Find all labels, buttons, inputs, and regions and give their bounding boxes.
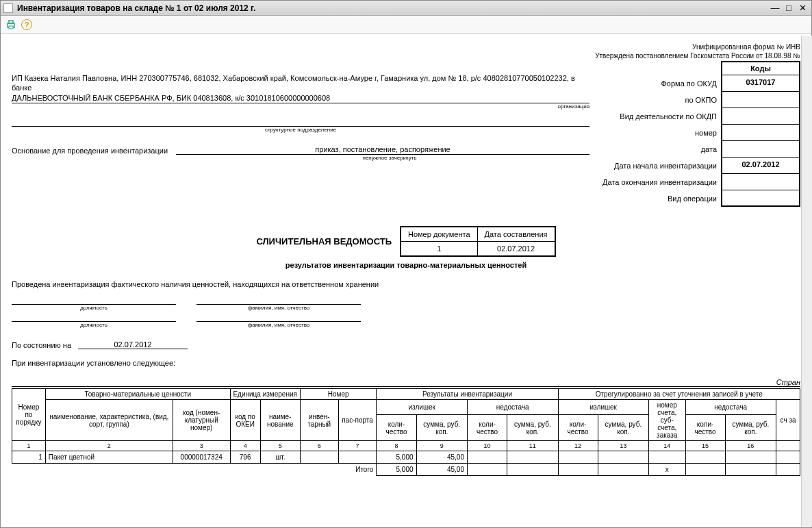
struct-division-line	[12, 117, 589, 127]
doc-date-header: Дата составления	[477, 227, 555, 242]
codes-box: Коды Форма по ОКУД0317017 по ОКПО Вид де…	[598, 61, 800, 207]
vertical-scrollbar[interactable]	[801, 36, 812, 527]
date-label: дата	[598, 141, 721, 158]
svg-rect-2	[9, 26, 13, 29]
okud-label: Форма по ОКУД	[598, 75, 721, 92]
th-sum-2: сумма, руб. коп.	[507, 415, 558, 441]
op-label: Вид операции	[598, 190, 721, 207]
organization-block: ИП Казека Наталия Павловна, ИНН 27030077…	[12, 73, 589, 110]
th-unitname: наиме-нование	[260, 400, 300, 441]
doc-num-value: 1	[401, 242, 477, 257]
titlebar: Инвентаризация товаров на складе № 1 от …	[1, 1, 811, 16]
position-line-2	[12, 312, 176, 322]
number-label: номер	[598, 125, 721, 141]
okpo-value	[721, 92, 800, 108]
th-sum-1: сумма, руб. коп.	[416, 415, 467, 441]
position-hint-1: должность	[12, 305, 176, 311]
th-adjusted: Отрегулированно за счет уточнения записе…	[558, 389, 800, 400]
number-value	[721, 125, 800, 141]
document-title: СЛИЧИТЕЛЬНАЯ ВЕДОМОСТЬ	[256, 236, 392, 247]
approval-line: Утверждена постановлением Госкомстата Ро…	[12, 52, 800, 60]
th-inv: инвен-тарный	[300, 400, 338, 441]
fio-hint-1: фамилия, имя, отчество	[196, 305, 361, 311]
date-value	[721, 141, 800, 158]
op-value	[721, 190, 800, 207]
help-icon[interactable]: ?	[21, 19, 32, 30]
column-numbers-row: 12345678910111213141516	[12, 441, 800, 451]
document-content: Унифицированная форма № ИНВ Утверждена п…	[1, 34, 811, 527]
basis-hint: ненужное зачеркнуть	[190, 155, 589, 161]
inventory-table: Номер по порядку Товарно-материальные це…	[12, 388, 800, 476]
document-subtitle: результатов инвентаризации товарно-матер…	[12, 261, 800, 269]
window-icon	[3, 3, 13, 13]
th-acct: номер счета, суб-счета, заказа	[649, 400, 685, 441]
close-button[interactable]: ✕	[796, 3, 809, 14]
th-unit: Единица измерения	[230, 389, 300, 400]
toolbar: ?	[1, 16, 811, 34]
basis-label: Основание для проведения инвентаризации	[12, 147, 168, 155]
maximize-button[interactable]: □	[783, 3, 795, 14]
org-hint: организация	[12, 103, 589, 110]
end-date-label: Дата окончания инвентаризации	[598, 174, 721, 190]
asof-value: 02.07.2012	[78, 340, 188, 349]
th-shortage-2: недостача	[685, 400, 776, 415]
org-line-1: ИП Казека Наталия Павловна, ИНН 27030077…	[12, 73, 589, 93]
established-text: При инвентаризации установлено следующее…	[12, 359, 800, 367]
conducted-text: Проведена инвентаризация фактического на…	[12, 280, 800, 288]
th-results: Результаты инвентаризации	[377, 389, 558, 400]
okud-value: 0317017	[721, 75, 800, 92]
th-num: Номер по порядку	[12, 389, 46, 441]
th-okei: код по ОКЕИ	[230, 400, 260, 441]
th-qty-2: коли-чество	[467, 415, 507, 441]
th-code: код (номен-клатурный номер)	[173, 400, 230, 441]
th-shortage-1: недостача	[467, 400, 558, 415]
start-date-label: Дата начала инвентаризации	[598, 158, 721, 174]
window-controls: — □ ✕	[769, 3, 809, 14]
basis-value: приказ, постановление, распоряжение	[176, 145, 589, 155]
doc-date-value: 02.07.2012	[477, 242, 555, 257]
th-ext: сч за	[776, 400, 800, 441]
okdp-label: Вид деятельности по ОКДП	[598, 108, 721, 125]
fio-hint-2: фамилия, имя, отчество	[196, 322, 361, 328]
th-goods: Товарно-материальные ценности	[45, 389, 230, 400]
minimize-button[interactable]: —	[769, 3, 781, 14]
th-pass: пас-порта	[338, 400, 377, 441]
form-code-line: Унифицированная форма № ИНВ	[12, 43, 800, 51]
codes-header: Коды	[721, 61, 800, 75]
th-qty-4: коли-чество	[685, 415, 725, 441]
total-label: Итого	[12, 464, 377, 476]
app-window: Инвентаризация товаров на складе № 1 от …	[0, 0, 812, 528]
doc-number-table: Номер документаДата составления 102.07.2…	[400, 226, 556, 257]
struct-hint: структурное подразделение	[12, 127, 589, 133]
end-date-value	[721, 174, 800, 190]
page-label: Стран	[12, 378, 800, 387]
asof-label: По состоянию на	[12, 341, 71, 349]
th-sum-3: сумма, руб. коп.	[598, 415, 648, 441]
org-line-2: ДАЛЬНЕВОСТОЧНЫЙ БАНК СБЕРБАНКА РФ, БИК 0…	[12, 93, 589, 103]
table-row: 1 Пакет цветной 00000017324 796 шт. 5,00…	[12, 451, 800, 464]
th-surplus-2: излишек	[558, 400, 649, 415]
start-date-value: 02.07.2012	[721, 158, 800, 174]
th-sum-4: сумма, руб. коп.	[725, 415, 776, 441]
position-line-1	[12, 295, 176, 305]
doc-num-header: Номер документа	[401, 227, 477, 242]
total-row: Итого 5,000 45,00 х	[12, 464, 800, 476]
th-qty-3: коли-чество	[558, 415, 598, 441]
okpo-label: по ОКПО	[598, 92, 721, 108]
th-qty-1: коли-чество	[377, 415, 416, 441]
fio-line-2	[196, 312, 361, 322]
position-hint-2: должность	[12, 322, 176, 328]
th-name: наименование, характеристика, (вид, сорт…	[45, 400, 173, 441]
window-title: Инвентаризация товаров на складе № 1 от …	[17, 3, 769, 13]
th-number: Номер	[300, 389, 377, 400]
okdp-value	[721, 108, 800, 125]
fio-line-1	[196, 295, 361, 305]
th-surplus-1: излишек	[377, 400, 468, 415]
print-icon[interactable]	[5, 18, 17, 31]
svg-rect-1	[9, 21, 13, 23]
